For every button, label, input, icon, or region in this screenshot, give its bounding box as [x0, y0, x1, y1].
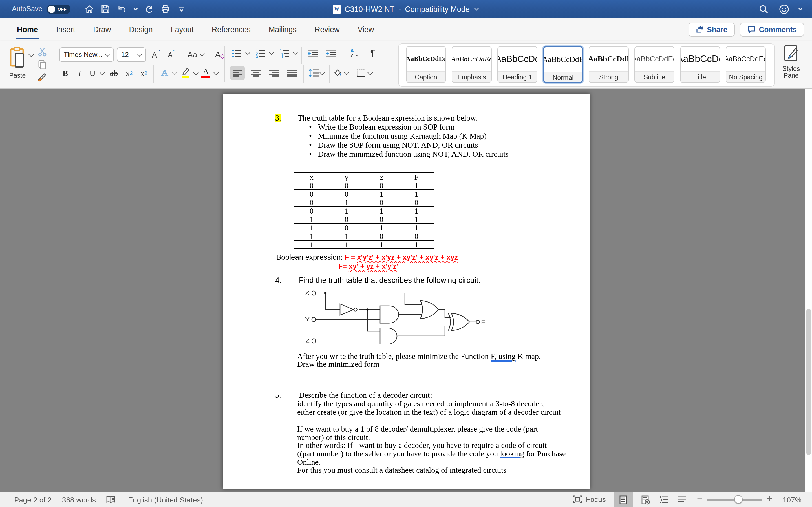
ribbon-options-icon[interactable]	[175, 3, 188, 15]
truth-table-cell: 1	[364, 189, 399, 198]
titlebar: AutoSave OFF	[0, 0, 812, 18]
style-nospacing[interactable]: AaBbCcDdEeNo Spacing	[726, 46, 766, 83]
style-caption[interactable]: AaBbCcDdEeCaption	[406, 46, 446, 83]
style-normal[interactable]: AaBbCcDdENormal	[543, 46, 583, 83]
small-divider	[301, 47, 302, 64]
tab-design[interactable]: Design	[120, 18, 162, 41]
numbering-chevron-icon[interactable]	[269, 49, 274, 55]
tab-home[interactable]: Home	[8, 18, 47, 41]
decrease-indent-button[interactable]	[306, 47, 320, 60]
zoom-in-button[interactable]: +	[767, 494, 772, 504]
style-subtitle[interactable]: AaBbCcDdEeSubtitle	[635, 46, 674, 83]
style-heading1[interactable]: AaBbCcDcHeading 1	[497, 46, 538, 83]
style-title[interactable]: AaBbCcDcTitle	[680, 46, 720, 83]
borders-button[interactable]	[356, 66, 372, 80]
zoom-slider-thumb[interactable]	[734, 495, 743, 504]
boolean-expression-line2: F= xy′ + yz + x′y′z′	[338, 263, 398, 270]
undo-icon[interactable]	[116, 3, 128, 15]
outline-view-button[interactable]	[654, 492, 673, 507]
paste-chevron-icon[interactable]	[29, 52, 34, 57]
increase-indent-button[interactable]	[324, 47, 338, 60]
bullets-chevron-icon[interactable]	[245, 49, 251, 55]
word-count[interactable]: 368 words	[62, 496, 96, 504]
sort-button[interactable]: AZ↓	[347, 46, 362, 61]
cut-icon[interactable]	[36, 46, 49, 57]
text-effects-chevron-icon[interactable]	[172, 69, 177, 75]
styles-pane-button[interactable]: Styles Pane	[778, 45, 804, 79]
tab-review[interactable]: Review	[306, 18, 349, 41]
page-count[interactable]: Page 2 of 2	[14, 496, 52, 504]
text-effects-button[interactable]: A	[158, 66, 171, 80]
font-size-select[interactable]: 12	[117, 47, 146, 62]
account-chevron-icon[interactable]	[798, 7, 803, 11]
truth-table-cell: 0	[329, 215, 364, 223]
strikethrough-button[interactable]: ab	[107, 66, 121, 80]
superscript-button[interactable]: x2	[138, 66, 150, 80]
style-label: Emphasis	[452, 71, 491, 82]
feedback-smiley-icon[interactable]	[777, 3, 790, 15]
save-icon[interactable]	[99, 3, 112, 15]
highlight-chevron-icon[interactable]	[193, 69, 199, 75]
q5-para-line4: ((part number) to the seller or you have…	[297, 450, 566, 459]
subscript-button[interactable]: x2	[123, 66, 135, 80]
font-color-chevron-icon[interactable]	[213, 69, 219, 75]
tab-mailings[interactable]: Mailings	[260, 18, 306, 41]
highlight-button[interactable]	[178, 65, 193, 80]
web-layout-view-button[interactable]	[636, 492, 655, 507]
copy-icon[interactable]	[36, 59, 49, 70]
tab-insert[interactable]: Insert	[47, 18, 84, 41]
pilcrow-button[interactable]: ¶	[366, 46, 379, 61]
draft-view-button[interactable]	[672, 492, 691, 507]
font-name-select[interactable]: Times New...	[59, 47, 114, 62]
scrollbar-thumb[interactable]	[806, 309, 811, 455]
justify-button[interactable]	[284, 66, 299, 80]
zoom-out-button[interactable]: −	[697, 494, 703, 505]
undo-chevron-icon[interactable]	[132, 3, 139, 15]
print-layout-view-button[interactable]	[613, 492, 633, 507]
italic-button[interactable]: I	[74, 66, 85, 80]
numbering-button[interactable]: 123	[254, 47, 267, 60]
share-button[interactable]: Share	[688, 22, 734, 36]
bold-button[interactable]: B	[60, 66, 71, 80]
font-color-button[interactable]: A	[200, 65, 212, 80]
vertical-scrollbar[interactable]	[805, 89, 812, 492]
document-page[interactable]: 3. The truth table for a Boolean express…	[223, 94, 590, 489]
comments-button[interactable]: Comments	[740, 22, 804, 36]
focus-button[interactable]: Focus	[573, 495, 606, 504]
proofing-icon[interactable]	[106, 495, 116, 506]
question-3: 3. The truth table for a Boolean express…	[275, 114, 477, 123]
align-right-button[interactable]	[266, 66, 281, 80]
document-canvas[interactable]: 3. The truth table for a Boolean express…	[0, 89, 812, 492]
autosave-toggle[interactable]: OFF	[47, 4, 70, 14]
redo-icon[interactable]	[143, 3, 155, 15]
print-icon[interactable]	[159, 3, 171, 15]
zoom-slider[interactable]	[707, 499, 762, 501]
line-spacing-button[interactable]	[308, 66, 325, 80]
style-emphasis[interactable]: AaBbCcDdEeEmphasis	[452, 46, 492, 83]
style-strong[interactable]: AaBbCcDdIStrong	[589, 46, 629, 83]
tab-references[interactable]: References	[203, 18, 260, 41]
language-status[interactable]: English (United States)	[128, 496, 203, 504]
tab-view[interactable]: View	[349, 18, 383, 41]
style-sample: AaBbCcDdEe	[407, 47, 446, 71]
align-center-button[interactable]	[248, 66, 263, 80]
change-case-button[interactable]: Aa	[186, 48, 205, 61]
tab-draw[interactable]: Draw	[84, 18, 120, 41]
shading-button[interactable]	[334, 66, 349, 80]
shrink-font-button[interactable]: Aˇ	[165, 48, 178, 61]
truth-table-row: 1011	[294, 223, 434, 232]
grow-font-button[interactable]: Aˆ	[149, 48, 162, 61]
underline-chevron-icon[interactable]	[100, 69, 105, 75]
paste-button[interactable]	[8, 46, 27, 69]
zoom-level[interactable]: 107%	[783, 496, 802, 504]
multilevel-list-button[interactable]: 1ai	[277, 47, 291, 60]
underline-button[interactable]: U	[87, 66, 98, 80]
tab-layout[interactable]: Layout	[162, 18, 203, 41]
home-icon[interactable]	[83, 3, 95, 15]
align-left-button[interactable]	[230, 66, 245, 80]
multilevel-chevron-icon[interactable]	[292, 49, 298, 55]
bullets-button[interactable]	[230, 47, 244, 60]
comments-label: Comments	[759, 25, 797, 34]
format-painter-icon[interactable]	[36, 71, 49, 82]
search-icon[interactable]	[757, 3, 770, 15]
